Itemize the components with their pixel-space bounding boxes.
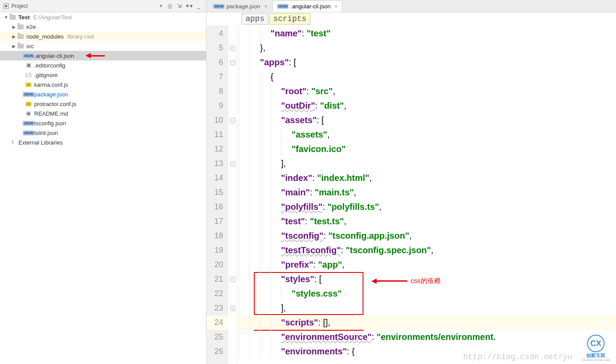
dropdown-arrow-icon[interactable]: ▼	[159, 4, 163, 8]
code-line-16[interactable]: "polyfills": "polyfills.ts",	[237, 200, 616, 214]
tree-item--angular-cli-json[interactable]: JSON.angular-cli.json	[0, 51, 206, 60]
fold-cell: ⌐	[228, 301, 237, 315]
code-line-22[interactable]: "styles.css"	[237, 286, 616, 301]
code-line-10[interactable]: "assets": [	[237, 113, 616, 127]
code-line-20[interactable]: "prefix": "app",	[237, 258, 616, 272]
project-tree[interactable]: ▼TestE:\Angular\Test▶e2e▶node_moduleslib…	[0, 12, 206, 364]
flatten-icon[interactable]: ⇲	[175, 2, 183, 10]
fold-cell	[228, 330, 237, 344]
fold-end-icon[interactable]: ⌐	[230, 306, 235, 311]
fold-cell	[228, 84, 237, 99]
code-line-4[interactable]: "name": "test"	[237, 26, 616, 41]
project-sidebar: ▣ Project ▼ ◎ ⇲ ✦▾ ⎯ ▼TestE:\Angular\Tes…	[0, 0, 207, 364]
line-number: 13	[207, 156, 228, 171]
line-number: 22	[207, 286, 228, 301]
line-number: 11	[207, 127, 228, 142]
tree-item-node_modules[interactable]: ▶node_moduleslibrary root	[0, 32, 206, 41]
tree-item-karma-conf-js[interactable]: JSkarma.conf.js	[0, 80, 206, 89]
fold-minus-icon[interactable]: −	[230, 60, 235, 65]
tree-root[interactable]: ▼TestE:\Angular\Test	[0, 12, 206, 22]
code-line-5[interactable]: },	[237, 41, 616, 55]
tree-item-e2e[interactable]: ▶e2e	[0, 22, 206, 32]
tree-item-src[interactable]: ▶src	[0, 41, 206, 51]
fold-cell	[228, 200, 237, 214]
tab-package-json[interactable]: JSONpackage.json×	[208, 0, 272, 12]
tree-item--editorconfig[interactable]: ⚙.editorconfig	[0, 60, 206, 70]
breadcrumb-apps[interactable]: apps	[242, 13, 268, 25]
line-number: 15	[207, 185, 228, 200]
line-number: 24	[207, 315, 228, 330]
line-number: 12	[207, 142, 228, 156]
tab-label: .angular-cli.json	[291, 3, 331, 10]
line-number: 16	[207, 200, 228, 214]
code-line-15[interactable]: "main": "main.ts",	[237, 185, 616, 200]
red-arrow-icon	[83, 53, 105, 58]
json-file-icon: JSON	[213, 4, 224, 9]
hide-icon[interactable]: ⎯	[195, 2, 203, 10]
breadcrumb-bar: appsscripts	[207, 12, 616, 25]
tree-item-protractor-conf-js[interactable]: JSprotractor.conf.js	[0, 99, 206, 109]
code-line-19[interactable]: "testTsconfig": "tsconfig.spec.json",	[237, 243, 616, 258]
fold-minus-icon[interactable]: −	[230, 277, 235, 282]
code-line-7[interactable]: {	[237, 70, 616, 84]
fold-cell	[228, 185, 237, 200]
fold-cell	[228, 229, 237, 243]
line-number-gutter: 4567891011121314151617181920212223242526	[207, 25, 228, 364]
code-line-18[interactable]: "tsconfig": "tsconfig.app.json",	[237, 229, 616, 243]
line-number: 7	[207, 70, 228, 84]
breadcrumb-scripts[interactable]: scripts	[269, 13, 310, 25]
fold-cell	[228, 26, 237, 41]
code-line-23[interactable]: ],	[237, 301, 616, 315]
fold-cell	[228, 171, 237, 185]
fold-end-icon[interactable]: ⌐	[230, 161, 235, 166]
code-line-8[interactable]: "root": "src",	[237, 84, 616, 99]
tree-item--gitignore[interactable]: 📄.gitignore	[0, 70, 206, 80]
line-number: 14	[207, 171, 228, 185]
code-line-26[interactable]: "environments": {	[237, 344, 616, 359]
tree-item-tslint-json[interactable]: JSONtslint.json	[0, 128, 206, 138]
tab-close-icon[interactable]: ×	[335, 3, 338, 10]
sidebar-title[interactable]: Project	[11, 3, 159, 9]
code-line-13[interactable]: ],	[237, 156, 616, 171]
line-number: 26	[207, 344, 228, 359]
fold-cell: ⌐	[228, 156, 237, 171]
line-number: 19	[207, 243, 228, 258]
fold-cell	[228, 344, 237, 359]
brand-subtitle: CHUANG XIN HU LIAN	[578, 359, 613, 361]
autoscroll-icon[interactable]: ◎	[166, 2, 174, 10]
line-number: 25	[207, 330, 228, 344]
settings-icon[interactable]: ✦▾	[185, 2, 193, 10]
code-editor[interactable]: 4567891011121314151617181920212223242526…	[207, 25, 616, 364]
json-file-icon: JSON	[277, 4, 288, 9]
code-line-24[interactable]: "scripts": [],	[237, 315, 616, 330]
sidebar-toolbar: ◎ ⇲ ✦▾ ⎯	[166, 2, 203, 10]
fold-cell	[228, 315, 237, 330]
code-line-9[interactable]: "outDir": "dist",	[237, 99, 616, 113]
tree-item-package-json[interactable]: JSONpackage.json	[0, 89, 206, 99]
line-number: 10	[207, 113, 228, 127]
code-line-12[interactable]: "favicon.ico"	[237, 142, 616, 156]
code-line-17[interactable]: "test": "test.ts",	[237, 214, 616, 229]
editor-tabs: JSONpackage.json×JSON.angular-cli.json×	[207, 0, 616, 12]
fold-cell	[228, 214, 237, 229]
fold-cell: −	[228, 113, 237, 127]
sidebar-header: ▣ Project ▼ ◎ ⇲ ✦▾ ⎯	[0, 0, 206, 12]
tab--angular-cli-json[interactable]: JSON.angular-cli.json×	[272, 0, 342, 12]
tree-external-libraries[interactable]: ⫴External Libraries	[0, 138, 206, 147]
code-line-25[interactable]: "environmentSource": "environments/envir…	[237, 330, 616, 344]
project-view-icon[interactable]: ▣	[4, 4, 9, 9]
code-line-11[interactable]: "assets",	[237, 127, 616, 142]
fold-cell	[228, 243, 237, 258]
code-content[interactable]: css的依赖 js的依赖 http://blog.csdn.net/yu CX …	[237, 25, 616, 364]
tree-item-tsconfig-json[interactable]: JSONtsconfig.json	[0, 118, 206, 128]
fold-minus-icon[interactable]: −	[230, 118, 235, 123]
fold-cell: −	[228, 55, 237, 70]
code-line-21[interactable]: "styles": [	[237, 272, 616, 286]
fold-end-icon[interactable]: ⌐	[230, 46, 235, 51]
code-line-14[interactable]: "index": "index.html",	[237, 171, 616, 185]
line-number: 8	[207, 84, 228, 99]
fold-cell	[228, 258, 237, 272]
code-line-6[interactable]: "apps": [	[237, 55, 616, 70]
tab-close-icon[interactable]: ×	[264, 3, 267, 10]
tree-item-README-md[interactable]: MREADME.md	[0, 109, 206, 118]
